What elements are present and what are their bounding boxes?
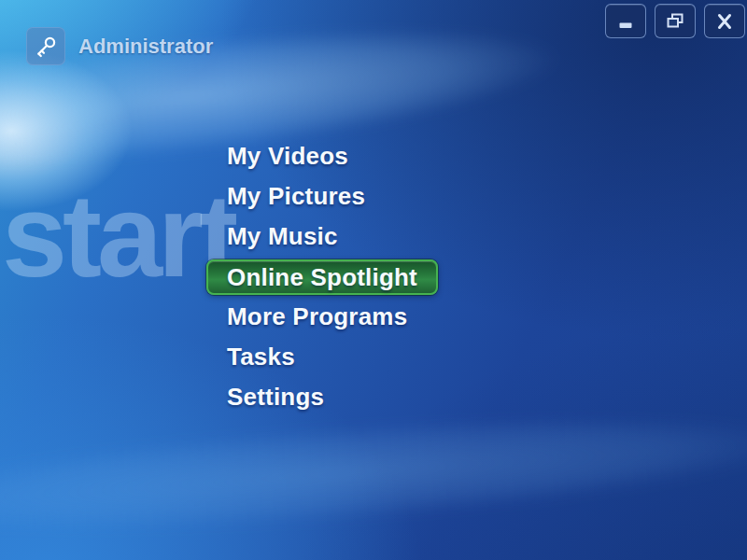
user-name-label: Administrator: [78, 35, 213, 59]
menu-item-label: Tasks: [227, 343, 295, 371]
menu-item-more-programs[interactable]: More Programs: [227, 297, 438, 337]
menu-item-tasks[interactable]: Tasks: [227, 337, 438, 377]
menu-item-settings[interactable]: Settings: [227, 377, 438, 417]
logged-in-user-badge: Administrator: [26, 27, 213, 65]
menu-item-my-pictures[interactable]: My Pictures: [227, 176, 438, 217]
start-menu: My VideosMy PicturesMy MusicOnline Spotl…: [227, 136, 438, 417]
menu-item-my-videos[interactable]: My Videos: [227, 136, 438, 176]
start-watermark: start: [2, 177, 233, 295]
minimize-button[interactable]: [605, 4, 646, 38]
menu-item-label: More Programs: [227, 302, 407, 331]
close-icon: [713, 11, 736, 32]
selected-menu-item-highlight: Online Spotlight: [206, 259, 438, 295]
media-center-start-screen: start Administrator: [0, 0, 747, 560]
menu-item-label: My Pictures: [227, 182, 365, 211]
restore-button[interactable]: [655, 4, 696, 38]
minimize-icon: [614, 11, 637, 32]
key-icon: [33, 34, 59, 60]
close-button[interactable]: [704, 4, 745, 38]
menu-item-label: Settings: [227, 383, 324, 412]
window-controls: [605, 4, 745, 38]
restore-icon: [664, 11, 686, 32]
menu-item-label: My Music: [227, 222, 338, 251]
menu-item-online-spotlight[interactable]: Online Spotlight: [227, 257, 438, 297]
menu-item-my-music[interactable]: My Music: [227, 217, 438, 257]
user-icon-box: [26, 27, 65, 65]
menu-item-label: My Videos: [227, 142, 348, 171]
